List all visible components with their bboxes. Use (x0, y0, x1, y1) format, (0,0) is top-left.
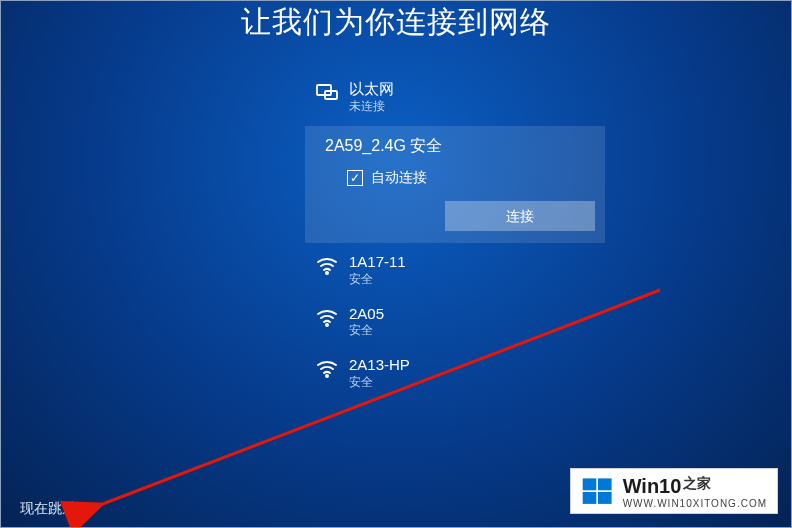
wifi-icon (315, 305, 339, 329)
watermark: Win10之家 WWW.WIN10XITONG.COM (570, 468, 778, 514)
wifi-icon (315, 253, 339, 277)
svg-point-3 (326, 272, 328, 274)
svg-rect-9 (582, 492, 596, 504)
network-name: 1A17-11 (349, 253, 406, 272)
auto-connect-label: 自动连接 (371, 169, 427, 187)
watermark-title: Win10之家 (623, 476, 767, 496)
svg-rect-8 (598, 478, 612, 490)
selected-network-security: 安全 (410, 137, 442, 154)
svg-point-4 (326, 324, 328, 326)
svg-rect-10 (598, 492, 612, 504)
connect-button[interactable]: 连接 (445, 201, 595, 231)
watermark-url: WWW.WIN10XITONG.COM (623, 499, 767, 509)
svg-point-5 (326, 375, 328, 377)
auto-connect-checkbox[interactable]: ✓ (347, 170, 363, 186)
network-item[interactable]: 2A05 安全 (305, 295, 605, 347)
wifi-icon (315, 356, 339, 380)
network-security: 安全 (349, 323, 384, 338)
ethernet-item[interactable]: 以太网 未连接 (305, 70, 605, 122)
page-title: 让我们为你连接到网络 (241, 2, 551, 43)
svg-rect-0 (317, 85, 331, 95)
windows-logo-icon (581, 475, 615, 509)
network-security: 安全 (349, 375, 410, 390)
network-item[interactable]: 1A17-11 安全 (305, 243, 605, 295)
network-list: 以太网 未连接 2A59_2.4G 安全 ✓ 自动连接 连接 (305, 70, 605, 398)
network-name: 2A05 (349, 305, 384, 324)
ethernet-name: 以太网 (349, 80, 394, 99)
svg-rect-7 (582, 478, 596, 490)
ethernet-icon (315, 80, 339, 104)
network-security: 安全 (349, 272, 406, 287)
network-item[interactable]: 2A13-HP 安全 (305, 346, 605, 398)
selected-network-name: 2A59_2.4G (325, 137, 406, 154)
auto-connect-row[interactable]: ✓ 自动连接 (347, 169, 595, 187)
skip-now-link[interactable]: 现在跳过 (20, 500, 76, 518)
ethernet-status: 未连接 (349, 99, 394, 114)
selected-network[interactable]: 2A59_2.4G 安全 ✓ 自动连接 连接 (305, 126, 605, 243)
network-name: 2A13-HP (349, 356, 410, 375)
